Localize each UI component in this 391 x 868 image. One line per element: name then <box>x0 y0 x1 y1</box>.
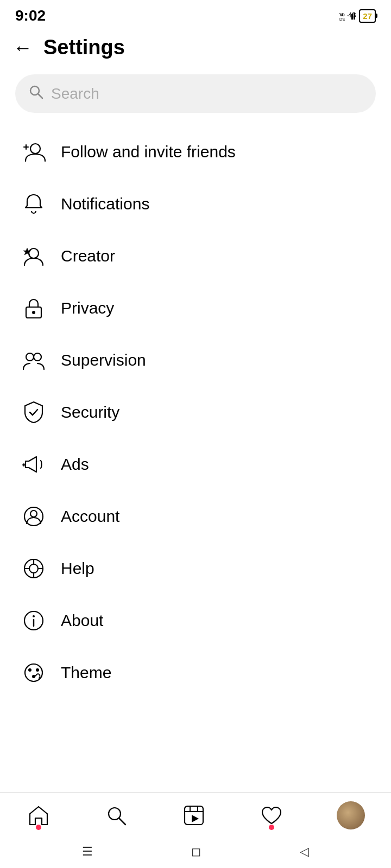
about-label: About <box>61 611 103 630</box>
svg-point-33 <box>36 668 39 672</box>
nav-profile[interactable] <box>337 801 365 829</box>
battery-icon: 27 <box>359 9 376 23</box>
svg-rect-3 <box>351 14 353 20</box>
home-dot <box>36 825 41 830</box>
menu-item-supervision[interactable]: Supervision <box>11 334 380 386</box>
svg-point-17 <box>34 353 41 361</box>
menu-item-account[interactable]: Account <box>11 490 380 542</box>
bottom-nav <box>0 792 391 835</box>
shield-icon <box>20 398 48 426</box>
account-icon <box>20 502 48 531</box>
svg-marker-41 <box>192 815 199 822</box>
svg-rect-37 <box>185 806 203 825</box>
nav-reels[interactable] <box>181 803 206 828</box>
svg-point-7 <box>30 86 39 95</box>
megaphone-icon <box>20 450 48 478</box>
network-icon: Vo LTE ·4G <box>339 9 356 23</box>
privacy-label: Privacy <box>61 299 114 317</box>
svg-point-9 <box>30 144 40 154</box>
back-nav-button[interactable]: ◁ <box>300 845 309 859</box>
svg-point-34 <box>32 675 35 678</box>
lifebuoy-icon <box>20 554 48 583</box>
status-time: 9:02 <box>15 7 46 24</box>
svg-text:Vo: Vo <box>339 12 345 17</box>
svg-point-15 <box>32 311 35 314</box>
palette-icon <box>20 659 48 687</box>
menu-item-about[interactable]: About <box>11 595 380 647</box>
search-placeholder: Search <box>51 85 99 103</box>
menu-item-creator[interactable]: Creator <box>11 230 380 282</box>
menu-item-help[interactable]: Help <box>11 542 380 595</box>
follow-label: Follow and invite friends <box>61 143 236 161</box>
svg-point-32 <box>28 668 31 672</box>
menu-item-follow[interactable]: Follow and invite friends <box>11 126 380 178</box>
follow-icon <box>20 138 48 166</box>
status-bar: 9:02 Vo LTE ·4G 27 <box>0 0 391 29</box>
page-title: Settings <box>43 36 125 59</box>
back-button[interactable]: ← <box>13 38 33 58</box>
svg-point-21 <box>30 510 37 517</box>
menu-list: Follow and invite friends Notifications … <box>0 126 391 699</box>
nav-search[interactable] <box>104 803 129 828</box>
svg-text:LTE: LTE <box>339 17 345 21</box>
theme-label: Theme <box>61 663 111 682</box>
menu-item-theme[interactable]: Theme <box>11 647 380 699</box>
svg-point-23 <box>29 564 38 573</box>
ads-label: Ads <box>61 455 89 474</box>
svg-rect-4 <box>354 12 355 20</box>
help-label: Help <box>61 559 94 578</box>
menu-item-notifications[interactable]: Notifications <box>11 178 380 230</box>
nav-home[interactable] <box>26 803 51 828</box>
home-button[interactable]: ◻ <box>191 845 201 859</box>
likes-dot <box>269 825 274 830</box>
search-bar[interactable]: Search <box>15 74 376 113</box>
menu-button[interactable]: ☰ <box>82 845 93 859</box>
header: ← Settings <box>0 29 391 70</box>
notifications-label: Notifications <box>61 195 149 213</box>
svg-point-30 <box>33 615 35 617</box>
supervision-icon <box>20 346 48 374</box>
nav-likes[interactable] <box>259 803 284 828</box>
supervision-label: Supervision <box>61 351 146 369</box>
svg-line-8 <box>39 94 43 99</box>
svg-point-16 <box>26 353 34 361</box>
search-container: Search <box>15 74 376 113</box>
svg-point-31 <box>25 664 42 681</box>
creator-label: Creator <box>61 247 115 265</box>
search-icon <box>28 84 43 103</box>
svg-marker-13 <box>23 248 31 255</box>
profile-avatar <box>337 801 365 829</box>
menu-item-ads[interactable]: Ads <box>11 438 380 490</box>
info-icon <box>20 607 48 635</box>
menu-item-security[interactable]: Security <box>11 386 380 438</box>
system-nav: ☰ ◻ ◁ <box>0 835 391 868</box>
creator-icon <box>20 242 48 270</box>
menu-item-privacy[interactable]: Privacy <box>11 282 380 334</box>
lock-icon <box>20 294 48 322</box>
security-label: Security <box>61 403 119 422</box>
status-icons: Vo LTE ·4G 27 <box>339 9 376 23</box>
bell-icon <box>20 190 48 218</box>
account-label: Account <box>61 507 119 526</box>
svg-line-36 <box>119 818 126 825</box>
svg-point-12 <box>29 248 39 258</box>
